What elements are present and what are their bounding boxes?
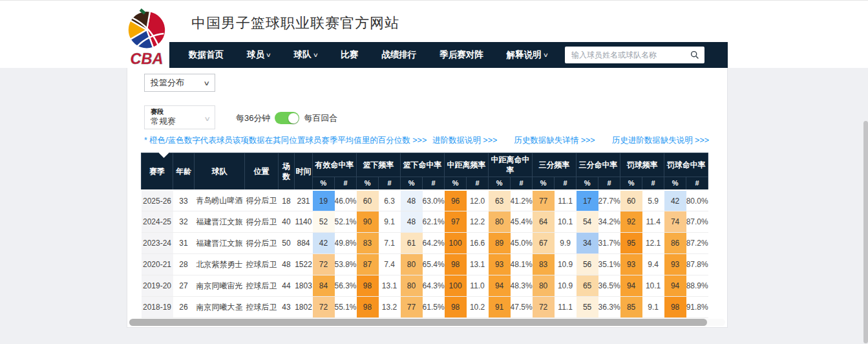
stat-value-cell: 10.9 — [555, 254, 577, 275]
position-cell: 控球后卫 — [245, 297, 279, 318]
stat-percentile-cell: 85 — [620, 297, 642, 318]
percentile-note-link[interactable]: * 橙色/蓝色数字代表球员该项数据在其同位置球员赛季平均值里的百分位数 >>> — [144, 135, 427, 146]
stat-subheader[interactable]: % — [445, 177, 467, 190]
stat-value-cell: 55.1% — [335, 297, 357, 318]
help-link[interactable]: 历史数据缺失详情 >>> — [514, 135, 595, 146]
stat-percentile-cell: 84 — [313, 275, 335, 297]
chevron-down-icon: ∨ — [266, 52, 271, 58]
stat-value-cell: 41.2% — [511, 190, 533, 211]
column-header[interactable]: 年龄 — [173, 153, 195, 190]
position-cell: 得分后卫 — [245, 190, 279, 211]
column-header[interactable]: 赛季 — [142, 153, 173, 190]
toggle-left-label: 每36分钟 — [236, 113, 270, 124]
stat-value-cell: 31.7% — [598, 233, 620, 254]
stat-value-cell: 46.0% — [335, 190, 357, 211]
stat-subheader[interactable]: # — [379, 177, 401, 190]
stat-value-cell: 35.1% — [598, 254, 620, 275]
stat-subheader[interactable]: # — [686, 177, 708, 190]
stat-percentile-cell: 72 — [313, 297, 335, 318]
stage-select-value: 常规赛 — [151, 116, 209, 127]
cba-logo[interactable]: CBA — [124, 6, 169, 67]
stat-group-header[interactable]: 三分命中率 — [577, 153, 620, 177]
season-cell: 2025-26 — [142, 190, 173, 211]
stat-group-header[interactable]: 篮下命中率 — [401, 153, 445, 177]
nav-item[interactable]: 比赛 — [341, 49, 358, 61]
stat-percentile-cell: 100 — [445, 233, 467, 254]
stat-subheader[interactable]: % — [313, 177, 335, 190]
age-cell: 31 — [173, 233, 195, 254]
stat-percentile-cell: 94 — [664, 275, 686, 297]
stat-subheader[interactable]: # — [511, 177, 533, 190]
stat-subheader[interactable]: % — [577, 177, 598, 190]
stat-percentile-cell: 56 — [577, 254, 598, 275]
stat-category-select[interactable]: 投篮分布 ∨ — [144, 74, 215, 92]
nav-item[interactable]: 季后赛对阵 — [439, 49, 483, 61]
vertical-scrollbar-thumb[interactable] — [863, 121, 868, 343]
horizontal-scrollbar-thumb[interactable] — [129, 319, 707, 326]
minutes-cell: 884 — [295, 233, 313, 254]
stat-value-cell: 45.4% — [511, 211, 533, 233]
stat-value-cell: 36.3% — [598, 297, 620, 318]
minutes-cell: 1522 — [295, 254, 313, 275]
nav-item[interactable]: 球队∨ — [294, 49, 318, 61]
stat-subheader[interactable]: % — [620, 177, 642, 190]
table-row: 2024-2532福建晋江文旅得分后卫4011405252.1%909.1486… — [142, 211, 708, 233]
stat-subheader[interactable]: % — [533, 177, 555, 190]
column-header[interactable]: 位置 — [245, 153, 279, 190]
stat-subheader[interactable]: % — [489, 177, 511, 190]
search-input[interactable] — [571, 50, 690, 59]
stat-percentile-cell: 94 — [489, 275, 511, 297]
stat-value-cell: 10.9 — [555, 275, 577, 297]
stat-value-cell: 9.1 — [379, 211, 401, 233]
stat-value-cell: 56.3% — [335, 275, 357, 297]
stage-select-label: 赛段 — [151, 108, 209, 116]
column-header[interactable]: 球队 — [195, 153, 245, 190]
stat-group-header[interactable]: 罚球频率 — [620, 153, 664, 177]
nav-item[interactable]: 数据首页 — [189, 49, 224, 61]
stat-percentile-cell: 86 — [664, 233, 686, 254]
stat-subheader[interactable]: % — [401, 177, 423, 190]
nav-item[interactable]: 解释说明∨ — [507, 49, 548, 61]
stage-select[interactable]: 赛段 常规赛 ∨ — [144, 105, 215, 129]
stat-group-header[interactable]: 罚球命中率 — [664, 153, 708, 177]
stat-group-header[interactable]: 中距离命中率 — [489, 153, 533, 177]
stat-subheader[interactable]: # — [642, 177, 664, 190]
help-link[interactable]: 进阶数据说明 >>> — [432, 135, 497, 146]
stat-group-header[interactable]: 有效命中率 — [313, 153, 357, 177]
position-cell: 得分后卫 — [245, 233, 279, 254]
nav-item[interactable]: 球员∨ — [247, 49, 271, 61]
nav-item[interactable]: 战绩排行 — [381, 49, 416, 61]
stat-value-cell: 53.8% — [335, 254, 357, 275]
stat-subheader[interactable]: # — [598, 177, 620, 190]
stat-value-cell: 13.1 — [379, 275, 401, 297]
stat-percentile-cell: 91 — [489, 297, 511, 318]
horizontal-scrollbar[interactable] — [129, 319, 725, 326]
stat-subheader[interactable]: # — [467, 177, 489, 190]
stat-value-cell: 61.5% — [423, 297, 445, 318]
chevron-down-icon: ∨ — [203, 80, 210, 87]
vertical-scrollbar[interactable] — [863, 1, 868, 344]
age-cell: 32 — [173, 211, 195, 233]
games-cell: 43 — [279, 297, 295, 318]
stat-group-header[interactable]: 中距离频率 — [445, 153, 489, 177]
stat-group-header[interactable]: 三分频率 — [533, 153, 577, 177]
stat-value-cell: 36.5% — [598, 275, 620, 297]
search-icon[interactable] — [690, 50, 699, 59]
rate-mode-switch[interactable] — [275, 112, 299, 124]
stat-value-cell: 47.5% — [511, 297, 533, 318]
stat-value-cell: 10.1 — [642, 275, 664, 297]
column-header[interactable]: 场数 — [279, 153, 295, 190]
stat-subheader[interactable]: # — [423, 177, 445, 190]
stat-percentile-cell: 65 — [577, 275, 598, 297]
stat-group-header[interactable]: 篮下频率 — [357, 153, 401, 177]
stat-percentile-cell: 63 — [489, 190, 511, 211]
stat-subheader[interactable]: % — [357, 177, 379, 190]
help-link[interactable]: 历史进阶数据缺失说明 >>> — [612, 135, 709, 146]
stats-table-wrap: 赛季年龄球队位置场数时间有效命中率篮下频率篮下命中率中距离频率中距离命中率三分频… — [141, 153, 708, 318]
stat-subheader[interactable]: # — [335, 177, 357, 190]
stat-subheader[interactable]: # — [555, 177, 577, 190]
stat-value-cell: 87.2% — [686, 233, 708, 254]
stat-subheader[interactable]: % — [664, 177, 686, 190]
chevron-down-icon: ∨ — [312, 52, 318, 58]
column-header[interactable]: 时间 — [295, 153, 313, 190]
